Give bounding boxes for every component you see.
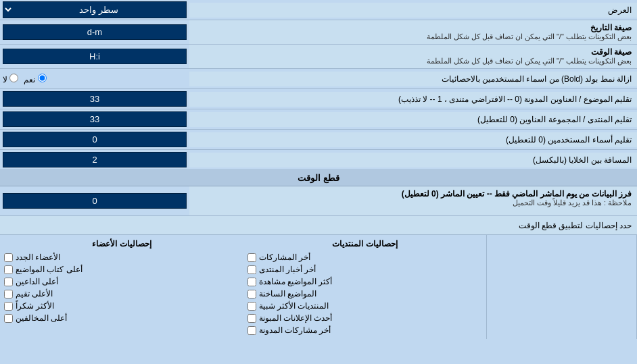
time-format-row: صيغة الوقت بعض التكوينات يتطلب "/" التي … [0, 45, 637, 69]
stats-col-forums: إحصاليات المنتديات أخر المشاركات أخر أخب… [243, 235, 488, 339]
forum-trim-label: تقليم المنتدى / المجموعة العناوين (0 للت… [189, 112, 637, 127]
no-label: لا [3, 74, 18, 84]
stats-grid: إحصاليات المنتديات أخر المشاركات أخر أخب… [0, 235, 637, 339]
checkbox-most-thanks: الأكثر شكراً [4, 300, 239, 312]
topic-trim-input-container [0, 90, 189, 108]
checkbox-blog-posts: أخر مشاركات المدونة [247, 324, 483, 336]
time-format-main: صيغة الوقت [195, 47, 632, 57]
yes-radio[interactable] [38, 74, 47, 82]
display-select[interactable]: سطر واحد سطران ثلاثة أسطر [3, 1, 187, 18]
checkbox-top-violators-input[interactable] [4, 314, 13, 323]
time-format-sub: بعض التكوينات يتطلب "/" التي يمكن ان تضا… [195, 57, 632, 66]
stats-col-members: إحصاليات الأعضاء الأعضاء الجدد أعلى كتاب… [0, 235, 243, 339]
checkbox-top-posters: أعلى كتاب المواضيع [4, 263, 239, 276]
checkbox-last-posts-input[interactable] [247, 253, 256, 262]
forum-trim-input-container [0, 110, 189, 128]
checkbox-most-viewed: أكثر المواضيع مشاهدة [247, 276, 483, 288]
topic-trim-label: تقليم الموضوع / العناوين المدونة (0 -- ا… [189, 92, 637, 107]
time-cut-main: فرز البيانات من يوم الماشر الماضي فقط --… [195, 189, 632, 199]
date-format-sub: بعض التكوينات يتطلب "/" التي يمكن ان تضا… [195, 32, 632, 41]
checkbox-top-violators: أعلى المخالفين [4, 312, 239, 324]
bold-radio-container: نعم لا [0, 72, 189, 86]
checkbox-blog-posts-input[interactable] [247, 326, 256, 335]
checkbox-popular-forums-input[interactable] [247, 302, 256, 311]
forum-stats-header: إحصاليات المنتديات [247, 238, 483, 251]
member-stats-header: إحصاليات الأعضاء [4, 238, 239, 251]
forum-trim-row: تقليم المنتدى / المجموعة العناوين (0 للت… [0, 109, 637, 130]
checkbox-most-thanks-input[interactable] [4, 302, 13, 311]
checkbox-new-members-input[interactable] [4, 253, 13, 262]
display-row: العرض سطر واحد سطران ثلاثة أسطر [0, 0, 637, 20]
time-cut-row: فرز البيانات من يوم الماشر الماضي فقط --… [0, 186, 637, 216]
bold-radio-row: نعم لا [3, 74, 187, 84]
cell-spacing-row: المسافة بين الخلايا (بالبكسل) [0, 150, 637, 170]
time-cut-input-container [0, 186, 189, 215]
yes-label: نعم [24, 74, 46, 84]
checkbox-top-rated-input[interactable] [4, 290, 13, 298]
no-radio[interactable] [9, 74, 18, 82]
time-format-label: صيغة الوقت بعض التكوينات يتطلب "/" التي … [189, 45, 637, 68]
time-cut-note: ملاحظة : هذا قد يزيد قليلاً وقت التحميل [195, 199, 632, 207]
date-format-input[interactable] [3, 24, 187, 40]
main-container: العرض سطر واحد سطران ثلاثة أسطر صيغة الت… [0, 0, 637, 339]
checkbox-top-inviters: أعلى الداعين [4, 276, 239, 288]
cell-spacing-label: المسافة بين الخلايا (بالبكسل) [189, 153, 637, 167]
date-format-label: صيغة التاريخ بعض التكوينات يتطلب "/" الت… [189, 20, 637, 44]
time-cut-label: فرز البيانات من يوم الماشر الماضي فقط --… [189, 186, 637, 215]
date-format-main: صيغة التاريخ [195, 23, 632, 32]
checkbox-most-viewed-input[interactable] [247, 278, 256, 286]
checkbox-hot-topics: المواضيع الساخنة [247, 288, 483, 300]
user-trim-input-container [0, 130, 189, 149]
apply-limit-label: حدد إحصاليات لتطبيق قطع الوقت [0, 218, 637, 233]
user-trim-row: تقليم أسماء المستخدمين (0 للتعطيل) [0, 130, 637, 150]
time-cut-input[interactable] [3, 193, 187, 209]
cell-spacing-input[interactable] [3, 152, 187, 167]
user-trim-input[interactable] [3, 132, 187, 147]
topic-trim-row: تقليم الموضوع / العناوين المدونة (0 -- ا… [0, 89, 637, 109]
date-format-input-container [0, 23, 189, 41]
checkbox-popular-forums: المنتديات الأكثر شبية [247, 300, 483, 312]
checkbox-new-members: الأعضاء الجدد [4, 251, 239, 263]
checkbox-last-news: أخر أخبار المنتدى [247, 263, 483, 276]
display-label: العرض [189, 3, 637, 18]
time-cut-header: قطع الوقت [0, 170, 637, 186]
checkbox-hot-topics-input[interactable] [247, 290, 256, 298]
time-format-input[interactable] [3, 49, 187, 64]
checkbox-last-posts: أخر المشاركات [247, 251, 483, 263]
date-format-row: صيغة التاريخ بعض التكوينات يتطلب "/" الت… [0, 20, 637, 45]
checkbox-latest-announcements: أحدث الإعلانات المبونة [247, 312, 483, 324]
bold-label: ازالة نمط بولد (Bold) من اسماء المستخدمي… [189, 72, 637, 86]
stats-col-empty [487, 235, 637, 339]
display-input-container: سطر واحد سطران ثلاثة أسطر [0, 0, 189, 20]
checkbox-latest-announcements-input[interactable] [247, 314, 256, 323]
user-trim-label: تقليم أسماء المستخدمين (0 للتعطيل) [189, 132, 637, 147]
checkbox-top-posters-input[interactable] [4, 265, 13, 274]
cell-spacing-input-container [0, 151, 189, 169]
checkbox-top-inviters-input[interactable] [4, 278, 13, 286]
checkbox-last-news-input[interactable] [247, 265, 256, 274]
apply-limit-row: حدد إحصاليات لتطبيق قطع الوقت [0, 216, 637, 235]
bold-row: ازالة نمط بولد (Bold) من اسماء المستخدمي… [0, 69, 637, 89]
time-format-input-container [0, 47, 189, 66]
forum-trim-input[interactable] [3, 111, 187, 127]
checkbox-top-rated: الأعلى تقيم [4, 288, 239, 300]
topic-trim-input[interactable] [3, 91, 187, 107]
